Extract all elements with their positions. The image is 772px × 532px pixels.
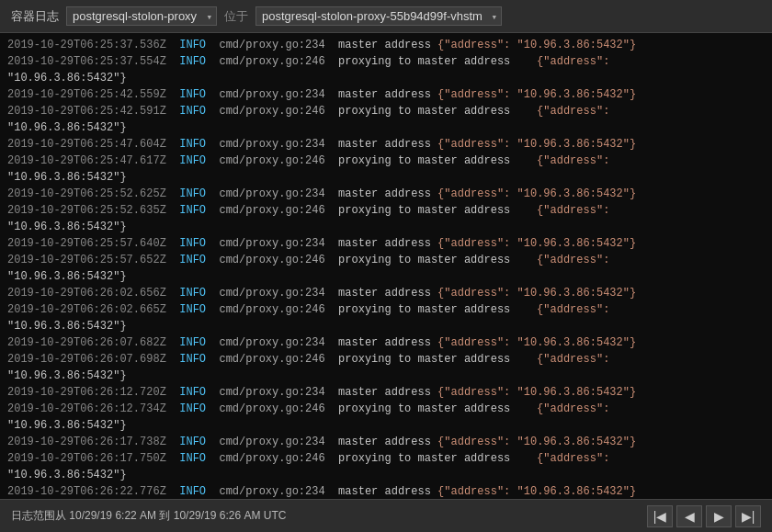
log-line: 2019-10-29T06:25:57.652Z INFO cmd/proxy.…: [7, 252, 765, 268]
bottom-bar: 日志范围从 10/29/19 6:22 AM 到 10/29/19 6:26 A…: [0, 499, 772, 532]
log-line: 2019-10-29T06:26:07.698Z INFO cmd/proxy.…: [7, 351, 765, 368]
pod-select-wrapper[interactable]: postgresql-stolon-proxy-55b94d99f-vhstm: [255, 6, 502, 26]
log-line: "10.96.3.86:5432"}: [7, 318, 765, 334]
log-line: 2019-10-29T06:25:52.625Z INFO cmd/proxy.…: [7, 186, 765, 202]
log-line: 2019-10-29T06:26:02.665Z INFO cmd/proxy.…: [7, 301, 765, 318]
log-range-text: 日志范围从 10/29/19 6:22 AM 到 10/29/19 6:26 A…: [11, 508, 286, 524]
log-line: 2019-10-29T06:25:47.604Z INFO cmd/proxy.…: [7, 136, 765, 153]
nav-first-button[interactable]: |◀: [647, 505, 673, 527]
nav-last-button[interactable]: ▶|: [735, 505, 761, 527]
log-line: "10.96.3.86:5432"}: [7, 417, 765, 434]
log-line: 2019-10-29T06:26:17.738Z INFO cmd/proxy.…: [7, 434, 765, 450]
top-bar: 容器日志 postgresql-stolon-proxy 位于 postgres…: [0, 0, 772, 33]
log-line: 2019-10-29T06:26:07.682Z INFO cmd/proxy.…: [7, 334, 765, 351]
container-select[interactable]: postgresql-stolon-proxy: [66, 6, 217, 26]
log-line: 2019-10-29T06:25:37.554Z INFO cmd/proxy.…: [7, 53, 765, 70]
log-line: 2019-10-29T06:25:52.635Z INFO cmd/proxy.…: [7, 202, 765, 219]
log-line: "10.96.3.86:5432"}: [7, 219, 765, 235]
location-separator: 位于: [224, 8, 248, 25]
log-line: 2019-10-29T06:26:12.734Z INFO cmd/proxy.…: [7, 401, 765, 417]
nav-controls: |◀ ◀ ▶ ▶|: [647, 505, 761, 527]
log-line: "10.96.3.86:5432"}: [7, 368, 765, 384]
log-line: 2019-10-29T06:25:57.640Z INFO cmd/proxy.…: [7, 235, 765, 252]
nav-next-button[interactable]: ▶: [706, 505, 732, 527]
log-line: "10.96.3.86:5432"}: [7, 70, 765, 86]
log-line: "10.96.3.86:5432"}: [7, 268, 765, 285]
container-label: 容器日志: [11, 8, 59, 25]
log-line: 2019-10-29T06:25:42.559Z INFO cmd/proxy.…: [7, 86, 765, 103]
nav-prev-button[interactable]: ◀: [676, 505, 702, 527]
log-container: 2019-10-29T06:25:37.536Z INFO cmd/proxy.…: [0, 33, 772, 499]
log-line: 2019-10-29T06:26:02.656Z INFO cmd/proxy.…: [7, 285, 765, 301]
log-line: "10.96.3.86:5432"}: [7, 119, 765, 136]
log-line: "10.96.3.86:5432"}: [7, 169, 765, 186]
log-line: 2019-10-29T06:26:12.720Z INFO cmd/proxy.…: [7, 384, 765, 401]
container-select-wrapper[interactable]: postgresql-stolon-proxy: [66, 6, 217, 26]
log-line: 2019-10-29T06:26:17.750Z INFO cmd/proxy.…: [7, 450, 765, 467]
log-line: 2019-10-29T06:25:37.536Z INFO cmd/proxy.…: [7, 37, 765, 53]
log-line: 2019-10-29T06:25:47.617Z INFO cmd/proxy.…: [7, 153, 765, 169]
log-line: 2019-10-29T06:26:22.776Z INFO cmd/proxy.…: [7, 483, 765, 499]
log-line: "10.96.3.86:5432"}: [7, 467, 765, 483]
log-line: 2019-10-29T06:25:42.591Z INFO cmd/proxy.…: [7, 103, 765, 119]
pod-select[interactable]: postgresql-stolon-proxy-55b94d99f-vhstm: [255, 6, 502, 26]
